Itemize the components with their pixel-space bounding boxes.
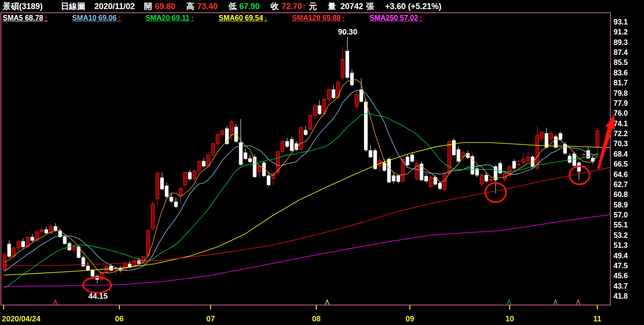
legend-sma60[interactable]: SMA60 69.54↓ (219, 14, 268, 23)
candle-body (447, 142, 451, 174)
candle-body (248, 158, 251, 162)
sma5-trend-arrow-icon: ↑ (44, 14, 48, 22)
candle-body (350, 73, 354, 85)
candle-body (285, 142, 289, 147)
y-axis-label: 45.6 (614, 272, 628, 280)
candle-body (397, 176, 400, 182)
y-axis-label: 60.8 (614, 191, 628, 198)
x-axis-label: 07 (206, 315, 215, 323)
y-axis-label: 57.0 (614, 211, 628, 219)
candle-body (559, 133, 562, 139)
sma-line-sma5 (5, 79, 598, 273)
y-axis-label: 72.2 (614, 130, 628, 138)
candle-body (211, 143, 215, 155)
candle-body (128, 264, 131, 266)
sma250-trend-arrow-icon: ↑ (419, 14, 423, 22)
candle-body (170, 197, 173, 201)
y-axis-label: 55.1 (614, 221, 628, 229)
candle-body (596, 131, 599, 146)
candle-body (411, 155, 414, 161)
candle-body (216, 134, 219, 143)
candle-body (151, 204, 154, 228)
candle-body (364, 102, 368, 150)
candle-body (304, 130, 307, 134)
legend-sma10[interactable]: SMA10 69.06↑ (72, 14, 121, 23)
candle-body (161, 178, 164, 189)
y-axis-label: 91.2 (614, 28, 628, 36)
candle-body (44, 230, 48, 233)
sma-line-sma60 (4, 143, 610, 275)
y-axis-label: 68.4 (614, 150, 628, 158)
price-annotation: 44.15 (88, 292, 108, 300)
legend-sma120[interactable]: SMA120 65.88↑ (292, 14, 345, 23)
candle-body (512, 161, 516, 168)
candle-body (21, 241, 25, 247)
sma-line-sma250 (4, 215, 610, 286)
price-annotation: 90.30 (338, 28, 358, 36)
candle-body (392, 176, 395, 181)
candle-body (429, 177, 433, 187)
candle-body (582, 154, 585, 155)
y-axis-label: 70.3 (614, 140, 628, 148)
candle-body (40, 230, 43, 232)
candle-body (313, 106, 316, 115)
y-axis-label: 93.1 (614, 18, 628, 26)
candle-body (8, 244, 11, 256)
candle-body (388, 159, 391, 182)
candle-body (258, 167, 261, 172)
candle-body (91, 270, 94, 276)
candle-body (341, 59, 344, 77)
candle-body (17, 241, 20, 248)
candle-body (244, 153, 247, 158)
candle-body (355, 94, 358, 107)
candle-body (517, 164, 520, 165)
candle-body (300, 128, 303, 149)
y-axis-label: 47.5 (614, 262, 628, 270)
candle-body (573, 154, 576, 166)
candle-body (489, 179, 492, 181)
candle-body (31, 237, 34, 240)
candle-body (550, 133, 553, 139)
y-axis-label: 74.1 (614, 120, 628, 128)
candle-body (457, 149, 460, 161)
candle-body (541, 133, 544, 138)
candle-body (188, 172, 192, 179)
candle-body (179, 188, 182, 196)
sma20-trend-arrow-icon: ↑ (191, 14, 194, 22)
candle-body (309, 115, 312, 129)
legend-sma250[interactable]: SMA250 57.02↑ (369, 14, 423, 23)
candle-body (174, 202, 177, 207)
candle-body (63, 236, 66, 243)
y-axis-label: 66.5 (614, 160, 628, 168)
candle-body (73, 247, 76, 250)
sma10-trend-arrow-icon: ↑ (118, 14, 121, 22)
candle-body (184, 172, 187, 185)
candle-body (415, 163, 418, 178)
x-axis-label: 11 (593, 315, 601, 323)
candle-body (86, 266, 89, 270)
y-axis-label: 81.7 (614, 79, 628, 87)
y-axis-label: 53.2 (614, 231, 628, 239)
y-axis-label: 41.8 (614, 292, 628, 300)
y-axis-label: 51.3 (614, 241, 628, 249)
candlestick-chart[interactable]: 93.191.289.387.485.583.681.779.877.976.0… (0, 0, 644, 325)
event-marker-icon (507, 300, 511, 305)
candle-body (197, 161, 201, 171)
candle-body (545, 133, 548, 148)
candle-body (480, 175, 483, 184)
x-axis-label: 08 (312, 315, 321, 323)
legend-sma20[interactable]: SMA20 69.11↑ (146, 14, 194, 23)
sma-legend: SMA5 68.78↑ SMA10 69.06↑ SMA20 69.11↑ SM… (3, 14, 423, 23)
candle-body (424, 176, 428, 181)
candle-body (577, 163, 580, 172)
candle-body (383, 163, 386, 170)
candle-body (438, 183, 442, 189)
candle-body (327, 90, 330, 99)
candle-body (202, 161, 205, 166)
candle-body (369, 151, 372, 157)
candle-body (346, 51, 349, 78)
candle-body (359, 90, 363, 102)
candle-body (522, 159, 525, 162)
legend-sma5[interactable]: SMA5 68.78↑ (3, 14, 48, 23)
chart-area: 93.191.289.387.485.583.681.779.877.976.0… (0, 0, 644, 325)
